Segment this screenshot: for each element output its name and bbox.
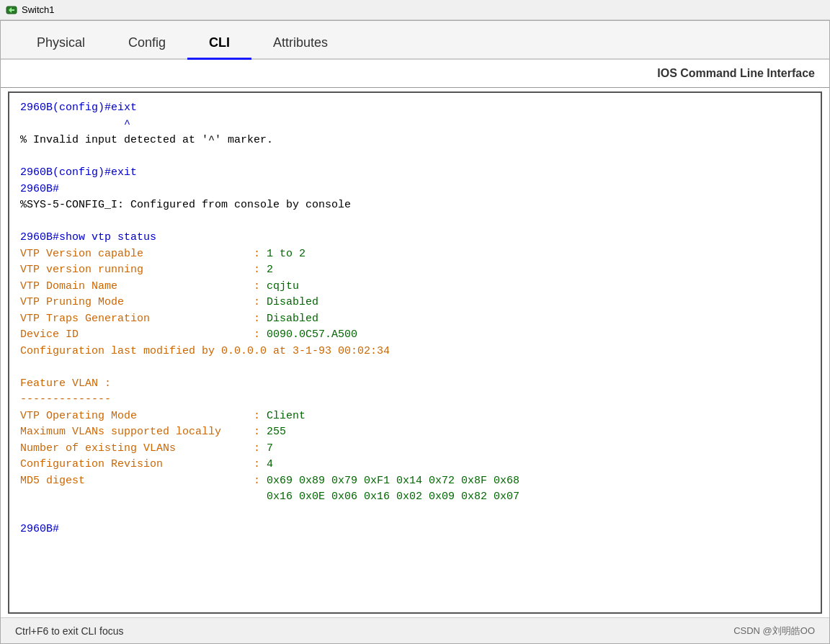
terminal-line-4: 2960B(config)#exit xyxy=(20,166,137,179)
terminal-line-8: VTP Version capable : xyxy=(20,248,267,260)
main-window: Physical Config CLI Attributes IOS Comma… xyxy=(0,20,830,644)
terminal-line-21: MD5 digest : xyxy=(20,475,267,487)
terminal-line-14: Configuration last modified by 0.0.0.0 a… xyxy=(20,345,390,357)
terminal-line-2: ^ xyxy=(20,118,130,130)
terminal-line-18: Maximum VLANs supported locally : xyxy=(20,426,267,438)
terminal-line-5: 2960B# xyxy=(20,183,59,195)
terminal-line-19: Number of existing VLANs : xyxy=(20,442,267,455)
terminal-line-11: VTP Pruning Mode : xyxy=(20,296,267,308)
terminal-line-7: 2960B#show vtp status xyxy=(20,231,156,243)
terminal-output[interactable]: 2960B(config)#eixt ^ % Invalid input det… xyxy=(9,93,821,545)
tab-cli[interactable]: CLI xyxy=(187,28,251,60)
tab-bar: Physical Config CLI Attributes xyxy=(1,21,829,60)
tab-physical[interactable]: Physical xyxy=(15,28,107,60)
terminal-line-20: Configuration Revision : xyxy=(20,458,267,470)
terminal-line-17: VTP Operating Mode : xyxy=(20,410,267,422)
terminal-line-10: VTP Domain Name : xyxy=(20,280,267,292)
terminal-line-13: Device ID : xyxy=(20,328,267,341)
status-bar: Ctrl+F6 to exit CLI focus CSDN @刘明皓OO xyxy=(1,617,829,643)
window-title: Switch1 xyxy=(22,4,55,15)
terminal-container[interactable]: 2960B(config)#eixt ^ % Invalid input det… xyxy=(8,91,822,614)
terminal-line-15: Feature VLAN : xyxy=(20,377,111,390)
title-bar: Switch1 xyxy=(0,0,830,20)
terminal-line-22: 0x16 0x0E 0x06 0x16 0x02 0x09 0x82 0x07 xyxy=(20,491,519,503)
tab-config[interactable]: Config xyxy=(107,28,187,60)
tab-attributes[interactable]: Attributes xyxy=(251,28,349,60)
terminal-line-12: VTP Traps Generation : xyxy=(20,313,267,325)
status-left: Ctrl+F6 to exit CLI focus xyxy=(15,625,124,637)
ios-header: IOS Command Line Interface xyxy=(1,60,829,88)
status-right: CSDN @刘明皓OO xyxy=(733,625,815,638)
terminal-line-23: 2960B# xyxy=(20,523,59,535)
app-icon xyxy=(6,4,17,16)
terminal-line-16: -------------- xyxy=(20,393,111,406)
terminal-line-3: % Invalid input detected at '^' marker. xyxy=(20,134,273,146)
terminal-line-1: 2960B(config)#eixt xyxy=(20,102,137,114)
terminal-line-6: %SYS-5-CONFIG_I: Configured from console… xyxy=(20,199,351,211)
terminal-line-9: VTP version running : xyxy=(20,264,267,276)
